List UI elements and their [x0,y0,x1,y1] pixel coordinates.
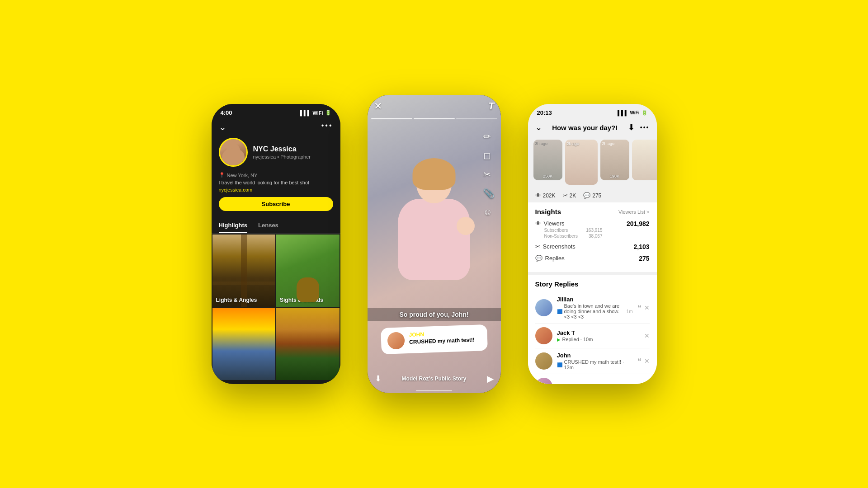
wifi-icon-left: WiFi [312,110,323,116]
time-left: 4:00 [221,109,232,116]
subscribers-sub: Subscribers 163,915 [535,228,603,233]
quote-john-icon[interactable]: ❝ [637,357,642,366]
subscribe-button[interactable]: Subscribe [219,197,333,211]
person-figure [384,158,484,294]
replies-stat: 💬 275 [583,192,601,199]
phone-right: 20:13 ▌▌▌ WiFi 🔋 ⌄ How was your day?! ⬇ … [528,104,657,384]
status-bar-left: 4:00 ▌▌▌ WiFi 🔋 [212,104,340,118]
wifi-icon-right: WiFi [630,110,639,115]
battery-icon-left: 🔋 [325,110,331,116]
jillian-time: 1m [627,309,633,314]
thumb-time-0: 3h ago [535,141,548,146]
phone-middle: ✕ T ✏ ◻ ✂ 📎 ☺ [368,95,501,393]
signal-icon-right: ▌▌▌ [618,110,628,116]
jillian-actions: ❝ ✕ [637,304,650,312]
close-jillian-icon[interactable]: ✕ [644,304,650,311]
profile-handle: nycjessica • Photographer [253,154,311,160]
viewers-list-link[interactable]: Viewers List > [618,209,650,215]
story-tools: ✏ ◻ ✂ 📎 ☺ [483,131,495,217]
reply-item-jack: Jack T ▶ Replied · 10m ✕ [535,324,650,348]
john-name: John [557,352,633,359]
thumbnail-2[interactable]: 2h ago 198K [600,140,629,180]
battery-icon-right: 🔋 [642,110,648,116]
download-icon[interactable]: ⬇ [628,122,635,132]
story-replies-title: Story Replies [535,280,650,288]
views-count: 202K [543,192,556,199]
snap-icon-jillian: 🟦 [557,309,562,314]
screenshots-label: ✂ Screenshots [535,243,576,250]
status-icons-right: ▌▌▌ WiFi 🔋 [618,110,647,116]
reply-item-john: John 🟦 CRUSHED my math test!! · 12m ❝ ✕ [535,348,650,374]
jillian-name: Jillian [557,296,633,303]
home-indicator [416,390,452,391]
thumbnail-0[interactable]: 3h ago 250K [533,140,562,180]
close-icon[interactable]: ✕ [374,100,382,112]
location-pin-icon: 📍 [219,172,225,178]
profile-name-section: NYC Jessica nycjessica • Photographer [253,145,311,160]
progress-bar-1 [414,118,455,119]
more-options-icon[interactable]: ••• [321,122,333,130]
play-icon-jack: ▶ [557,337,561,342]
highlight-card-2[interactable] [212,308,276,380]
chevron-down-icon[interactable]: ⌄ [219,122,226,132]
highlight-card-1[interactable]: Sights & Sounds [276,235,340,307]
story-stats-row: 👁 202K ✂ 2K 💬 275 [528,188,657,202]
jillian-message: 🟦 Bae's in town and we are doing dinner … [557,303,633,319]
close-john-icon[interactable]: ✕ [644,357,650,365]
jack-info: Jack T ▶ Replied · 10m [557,329,640,342]
pencil-icon[interactable]: ✏ [483,131,495,142]
thumbnail-1[interactable]: 2h ago [565,140,598,185]
screenshots-value: 2,103 [633,243,649,250]
text-tool-icon[interactable]: T [488,100,494,112]
tab-lenses[interactable]: Lenses [258,222,278,233]
phones-container: 4:00 ▌▌▌ WiFi 🔋 ⌄ ••• [212,95,657,393]
story-person [368,122,501,330]
insight-replies-row: 💬 Replies 275 [535,255,650,262]
thumbnail-3[interactable] [632,140,657,180]
jenny-name: Jennypenny [557,383,650,385]
chevron-down-right-icon[interactable]: ⌄ [535,122,542,132]
paperclip-icon[interactable]: 📎 [483,188,495,199]
scissors-icon[interactable]: ✂ [483,169,495,180]
insights-section-title: Insights [535,208,561,216]
profile-link[interactable]: nycjessica.com [219,187,333,192]
main-background: 4:00 ▌▌▌ WiFi 🔋 ⌄ ••• [0,0,868,488]
story-background: ✕ T ✏ ◻ ✂ 📎 ☺ [368,95,501,393]
story-caption: So proud of you, John! [368,308,501,321]
story-replies-section: Story Replies Jillian 🟦 Bae's in town an… [528,275,657,384]
tabs-row: Highlights Lenses [212,220,340,234]
reply-avatar [387,332,405,349]
chat-icon: 💬 [583,192,590,199]
tab-highlights[interactable]: Highlights [219,222,248,233]
story-reply-bubble: JOHN CRUSHED my math test!! [381,324,488,354]
john-message: 🟦 CRUSHED my math test!! · 12m [557,359,633,370]
emoji-icon[interactable]: ☺ [483,207,495,217]
quote-jillian-icon[interactable]: ❝ [637,304,642,312]
views-stat: 👁 202K [535,192,556,199]
jack-message: ▶ Replied · 10m [557,337,640,342]
insight-screenshots-row: ✂ Screenshots 2,103 [535,243,650,250]
download-story-icon[interactable]: ⬇ [375,374,382,384]
story-top-bar: ✕ T [368,95,501,117]
replies-label: 💬 Replies [535,255,565,262]
screenshots-stat: ✂ 2K [563,192,576,199]
viewers-label-group: 👁 Viewers Subscribers 163,915 Non-Subscr… [535,220,603,239]
profile-info: NYC Jessica nycjessica • Photographer [212,138,340,172]
highlight-card-3[interactable] [276,308,340,380]
close-jack-icon[interactable]: ✕ [644,332,650,339]
profile-location: 📍 New York, NY [219,172,333,178]
send-story-icon[interactable]: ▶ [487,373,494,384]
avatar-jack [535,327,552,344]
progress-bar-2 [456,118,497,119]
sticker-icon[interactable]: ◻ [483,150,495,161]
viewers-label: 👁 Viewers [535,220,603,227]
more-options-right-icon[interactable]: ••• [640,124,650,131]
thumb-time-2: 2h ago [602,141,615,146]
profile-header: ⌄ ••• [212,118,340,138]
eye-insight-icon: 👁 [535,220,541,227]
highlight-card-0[interactable]: Lights & Angles [212,235,276,307]
avatar-image [220,139,246,165]
insights-section: Insights Viewers List > 👁 Viewers Subscr… [528,202,657,272]
avatar-jillian [535,299,552,316]
avatar [219,138,248,167]
